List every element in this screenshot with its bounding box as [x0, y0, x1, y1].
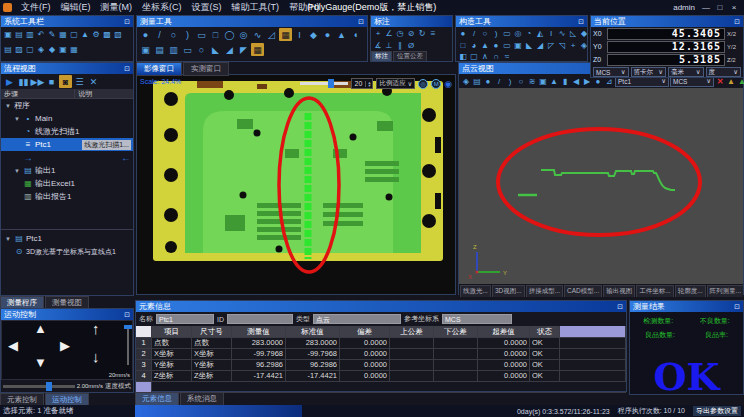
fit-mode-select[interactable]: 比例适应∨ — [376, 78, 415, 89]
slot-tool-icon[interactable]: ▭ — [181, 43, 194, 56]
tab-cad-model[interactable]: CAD模型... — [564, 285, 602, 297]
jog-speed-slider[interactable] — [3, 385, 75, 388]
con-cross-icon[interactable]: + — [568, 39, 578, 52]
cloud-section-icon[interactable]: ▮ — [560, 75, 570, 88]
tree-node-output-report[interactable]: ▥输出报告1 — [1, 190, 133, 203]
dim-angle2-icon[interactable]: ∡ — [373, 39, 383, 52]
tab-system-messages[interactable]: 系统消息 — [180, 392, 224, 405]
table-row[interactable]: 4 Z坐标Z坐标-17.4421-17.44210.00000.0000OK — [136, 371, 626, 382]
camera-icon[interactable]: ▩ — [102, 28, 112, 41]
zoom-in-icon[interactable]: ▢ — [25, 43, 35, 56]
panel-pin-icon[interactable]: ⊡ — [617, 302, 623, 312]
expander-icon[interactable]: ▼ — [14, 116, 21, 122]
home-icon[interactable]: ▲ — [80, 28, 90, 41]
cylinder-tool-icon[interactable]: ◖ — [349, 28, 362, 41]
cloud-line-icon[interactable]: / — [494, 75, 504, 88]
point-tool-icon[interactable]: ● — [139, 28, 152, 41]
panel-pin-icon[interactable]: ⊡ — [124, 310, 130, 320]
brightness-slider[interactable] — [300, 82, 348, 85]
cloud-arc-icon[interactable]: ) — [505, 75, 515, 88]
ring-tool-icon[interactable]: ◯ — [223, 28, 236, 41]
jog-right-button[interactable]: ▶ — [60, 338, 70, 353]
pattern3-tool-icon[interactable]: ▥ — [167, 43, 180, 56]
rect-tool-icon[interactable]: □ — [209, 28, 222, 41]
subtree-node-ptc1[interactable]: ▼▤Ptc1 — [1, 232, 133, 245]
cloud-profile-icon[interactable]: ≋ — [527, 75, 537, 88]
panel-pin-icon[interactable]: ⊡ — [124, 64, 130, 74]
con-cube-icon[interactable]: ▣ — [513, 39, 523, 52]
edit-icon[interactable]: ✎ — [47, 28, 57, 41]
maximize-button[interactable]: □ — [713, 3, 727, 12]
ref-cs-field[interactable]: MCS — [442, 314, 512, 324]
angle-unit-select[interactable]: 度∨ — [706, 67, 742, 77]
tab-element-info[interactable]: 元素信息 — [135, 392, 179, 405]
ellipse-tool-icon[interactable]: ▭ — [195, 28, 208, 41]
cone-tool-icon[interactable]: ▲ — [335, 28, 348, 41]
tree-node-output-excel[interactable]: ▦输出Excel1 — [1, 177, 133, 190]
annulus-tool-icon[interactable]: ◎ — [237, 28, 250, 41]
tab-stitching[interactable]: 拼接成型... — [526, 285, 563, 297]
brightness-slider-handle[interactable] — [328, 79, 334, 88]
insert-marker-row[interactable]: →← — [1, 151, 133, 164]
view-lock-icon[interactable]: ◉ — [444, 79, 452, 89]
center-icon[interactable]: ◈ — [36, 43, 46, 56]
tree-node-output-group[interactable]: ▼▤输出1 — [1, 164, 133, 177]
jog-z-up-button[interactable]: ↑ — [92, 320, 100, 337]
dim-perp-icon[interactable]: ⊥ — [384, 39, 394, 52]
speed-slider-track[interactable] — [127, 325, 129, 365]
full-screen-icon[interactable]: ▦ — [69, 43, 79, 56]
coord-system-select[interactable]: MCS∨ — [593, 67, 629, 77]
cloud-peak-icon[interactable]: ▲ — [549, 75, 559, 88]
spinner-arrows-icon[interactable]: ▲▼ — [365, 81, 372, 87]
axis-x-half-button[interactable]: X/2 — [727, 31, 741, 37]
menu-measure[interactable]: 测量(M) — [96, 1, 138, 14]
tree-node-main[interactable]: ▼•Main — [1, 112, 133, 125]
tab-profile-tolerance[interactable]: 轮廓度... — [675, 285, 706, 297]
coord-type-select[interactable]: 笛卡尔∨ — [631, 67, 667, 77]
dim-parallel-icon[interactable]: ∥ — [395, 39, 405, 52]
cloud-point-icon[interactable]: ● — [483, 75, 493, 88]
grid-icon[interactable]: ▦ — [58, 28, 68, 41]
expander-icon[interactable]: ▼ — [14, 168, 21, 174]
zoom-fit-icon[interactable]: ▨ — [14, 43, 24, 56]
panel-pin-icon[interactable]: ⊡ — [124, 17, 130, 27]
sphere-tool-icon[interactable]: ● — [321, 28, 334, 41]
cloud-circle-icon[interactable]: ○ — [516, 75, 526, 88]
view-orbit-icon[interactable]: ◈ — [461, 75, 471, 88]
tab-line-laser[interactable]: 线激光... — [460, 285, 491, 297]
height-tool-icon[interactable]: I — [293, 28, 306, 41]
panel-pin-icon[interactable]: ⊡ — [734, 17, 740, 27]
list-icon[interactable]: ☰ — [73, 75, 86, 88]
new-file-icon[interactable]: ▣ — [3, 28, 13, 41]
save-file-icon[interactable]: ▥ — [25, 28, 35, 41]
lock-icon[interactable]: ◙ — [59, 75, 72, 88]
menu-edit[interactable]: 编辑(E) — [56, 1, 96, 14]
plane-tool-icon[interactable]: ◆ — [307, 28, 320, 41]
menu-coordsys[interactable]: 坐标系(C) — [137, 1, 187, 14]
jog-pad[interactable]: ▲ ◀ ▶ ▼ ↑ ↓ 20mm/s — [1, 320, 133, 380]
dim-dia2-icon[interactable]: Ø — [406, 39, 416, 52]
image-canvas[interactable]: Scale: 24.4% 20▲▼ 比例适应∨ ◎ M ◉ — [136, 74, 456, 295]
view-pan-icon[interactable]: ▤ — [472, 75, 482, 88]
panel-pin-icon[interactable]: ⊡ — [358, 17, 364, 27]
tab-workpiece-cs[interactable]: 工件坐标... — [636, 285, 673, 297]
crosshair-button[interactable]: ◎ — [418, 79, 428, 89]
tab-array-measure[interactable]: 阵列测量... — [707, 285, 743, 297]
active-scan-tool-icon[interactable]: ▦ — [279, 28, 292, 41]
open-file-icon[interactable]: ▤ — [14, 28, 24, 41]
tree-node-ptc1[interactable]: ≡Ptc1线激光扫描1... — [1, 138, 133, 151]
measure-mode-button[interactable]: M — [431, 79, 441, 89]
tab-annotation[interactable]: 标注 — [371, 51, 392, 61]
expander-icon[interactable]: ▼ — [5, 103, 12, 109]
rotate-icon[interactable]: ▣ — [58, 43, 68, 56]
brush-tool-icon[interactable]: ◣ — [209, 43, 222, 56]
id-field[interactable] — [227, 314, 293, 324]
gear-icon[interactable]: ⚙ — [91, 28, 101, 41]
select-icon[interactable]: ▢ — [69, 28, 79, 41]
curve-tool-icon[interactable]: ∿ — [251, 28, 264, 41]
table-row[interactable]: 2 X坐标X坐标-99.7968-99.79680.00000.0000OK — [136, 349, 626, 360]
clear-icon[interactable]: ✕ — [87, 75, 100, 88]
tree-node-program[interactable]: ▼程序 — [1, 99, 133, 112]
menu-settings[interactable]: 设置(S) — [187, 1, 227, 14]
tree-node-laser-scan[interactable]: ◔线激光扫描1 — [1, 125, 133, 138]
